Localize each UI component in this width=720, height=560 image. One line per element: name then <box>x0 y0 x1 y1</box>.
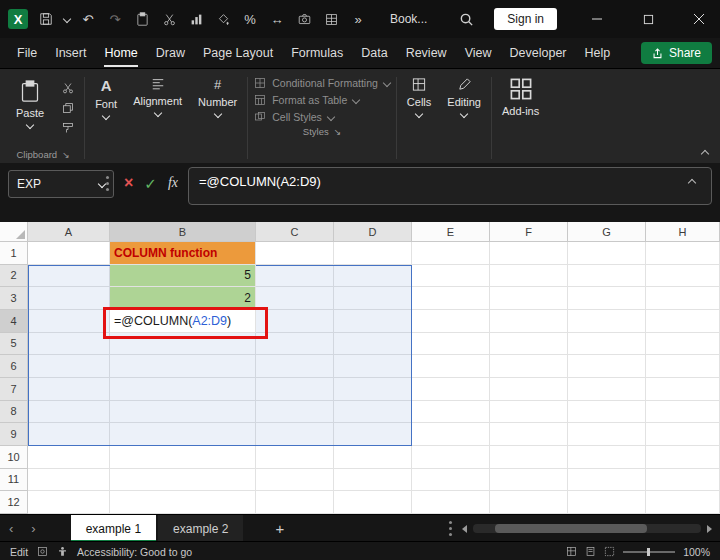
number-group-button[interactable]: # Number <box>190 71 245 165</box>
hscroll-left-icon[interactable] <box>462 525 467 533</box>
cell-B12[interactable] <box>110 491 256 514</box>
cell-A4[interactable] <box>28 310 110 333</box>
cell-H1[interactable] <box>646 242 720 265</box>
cell-G10[interactable] <box>568 446 646 469</box>
row-header-7[interactable]: 7 <box>0 378 28 401</box>
row-header-8[interactable]: 8 <box>0 401 28 424</box>
cell-F2[interactable] <box>490 265 568 288</box>
cell-D8[interactable] <box>334 401 412 424</box>
worksheet-grid[interactable]: ABCDEFGH1COLUMN function25324=@COLUMN(A2… <box>0 222 720 514</box>
cell-E5[interactable] <box>412 333 490 356</box>
cell-C10[interactable] <box>256 446 334 469</box>
editing-group-button[interactable]: Editing <box>439 71 489 165</box>
cell-F6[interactable] <box>490 355 568 378</box>
cell-A5[interactable] <box>28 333 110 356</box>
cell-D4[interactable] <box>334 310 412 333</box>
accessibility-icon[interactable] <box>57 546 68 557</box>
undo-icon[interactable]: ↶ <box>79 10 97 28</box>
cell-H2[interactable] <box>646 265 720 288</box>
sheet-nav-right-icon[interactable]: › <box>22 521 44 536</box>
cell-G6[interactable] <box>568 355 646 378</box>
cell-C4[interactable] <box>256 310 334 333</box>
cell-F1[interactable] <box>490 242 568 265</box>
column-header-A[interactable]: A <box>28 222 110 242</box>
share-button[interactable]: Share <box>641 42 712 64</box>
cell-D6[interactable] <box>334 355 412 378</box>
cell-B5[interactable] <box>110 333 256 356</box>
cell-H9[interactable] <box>646 423 720 446</box>
cell-F10[interactable] <box>490 446 568 469</box>
cell-G4[interactable] <box>568 310 646 333</box>
minimize-button[interactable] <box>576 0 618 38</box>
row-header-9[interactable]: 9 <box>0 423 28 446</box>
cell-H4[interactable] <box>646 310 720 333</box>
sign-in-button[interactable]: Sign in <box>494 8 557 30</box>
cell-G7[interactable] <box>568 378 646 401</box>
cell-D11[interactable] <box>334 469 412 492</box>
horizontal-scrollbar[interactable] <box>473 524 701 533</box>
cell-A2[interactable] <box>28 265 110 288</box>
hscroll-right-icon[interactable] <box>707 525 712 533</box>
cell-D2[interactable] <box>334 265 412 288</box>
cell-E7[interactable] <box>412 378 490 401</box>
tab-draw[interactable]: Draw <box>147 41 194 65</box>
cell-H6[interactable] <box>646 355 720 378</box>
cell-H3[interactable] <box>646 287 720 310</box>
cell-B9[interactable] <box>110 423 256 446</box>
search-icon[interactable] <box>457 10 475 28</box>
row-header-12[interactable]: 12 <box>0 491 28 514</box>
cell-C11[interactable] <box>256 469 334 492</box>
cell-F5[interactable] <box>490 333 568 356</box>
page-layout-view-icon[interactable] <box>585 546 596 557</box>
column-header-B[interactable]: B <box>110 222 256 242</box>
zoom-slider-thumb[interactable] <box>647 548 650 556</box>
name-box[interactable]: EXP <box>8 170 114 198</box>
cell-E4[interactable] <box>412 310 490 333</box>
cell-D3[interactable] <box>334 287 412 310</box>
cell-B2[interactable]: 5 <box>110 265 256 288</box>
cell-A3[interactable] <box>28 287 110 310</box>
cell-A9[interactable] <box>28 423 110 446</box>
cell-B1[interactable]: COLUMN function <box>110 242 256 265</box>
cell-D1[interactable] <box>334 242 412 265</box>
column-header-G[interactable]: G <box>568 222 646 242</box>
cell-D10[interactable] <box>334 446 412 469</box>
cell-E11[interactable] <box>412 469 490 492</box>
zoom-slider[interactable] <box>623 551 675 553</box>
cell-styles-button[interactable]: Cell Styles <box>254 111 390 123</box>
alignment-group-button[interactable]: Alignment <box>125 71 190 165</box>
cell-F4[interactable] <box>490 310 568 333</box>
cell-G3[interactable] <box>568 287 646 310</box>
cut-icon[interactable] <box>160 10 178 28</box>
cell-G12[interactable] <box>568 491 646 514</box>
cell-G8[interactable] <box>568 401 646 424</box>
column-header-F[interactable]: F <box>490 222 568 242</box>
maximize-button[interactable] <box>627 0 669 38</box>
normal-view-icon[interactable] <box>566 546 577 557</box>
cell-A7[interactable] <box>28 378 110 401</box>
tab-view[interactable]: View <box>456 41 501 65</box>
row-header-4[interactable]: 4 <box>0 310 28 333</box>
macro-record-icon[interactable] <box>37 546 48 557</box>
styles-dialog-launcher-icon[interactable]: ↘ <box>334 127 342 137</box>
clipboard-dialog-launcher-icon[interactable]: ↘ <box>62 150 70 160</box>
cell-A12[interactable] <box>28 491 110 514</box>
row-header-10[interactable]: 10 <box>0 446 28 469</box>
add-ins-button[interactable]: Add-ins <box>494 71 547 165</box>
cell-B4[interactable]: =@COLUMN(A2:D9) <box>110 310 256 333</box>
accessibility-status[interactable]: Accessibility: Good to go <box>77 546 192 558</box>
cell-E12[interactable] <box>412 491 490 514</box>
tab-developer[interactable]: Developer <box>501 41 576 65</box>
cell-H5[interactable] <box>646 333 720 356</box>
cell-F9[interactable] <box>490 423 568 446</box>
font-group-button[interactable]: A Font <box>87 71 125 165</box>
cell-E8[interactable] <box>412 401 490 424</box>
cut-button[interactable] <box>58 81 78 95</box>
cell-A6[interactable] <box>28 355 110 378</box>
select-all-corner[interactable] <box>0 222 28 242</box>
cell-D7[interactable] <box>334 378 412 401</box>
excel-app-icon[interactable]: X <box>8 9 28 29</box>
cell-F12[interactable] <box>490 491 568 514</box>
sheet-tab-example-2[interactable]: example 2 <box>158 515 243 542</box>
cell-C6[interactable] <box>256 355 334 378</box>
